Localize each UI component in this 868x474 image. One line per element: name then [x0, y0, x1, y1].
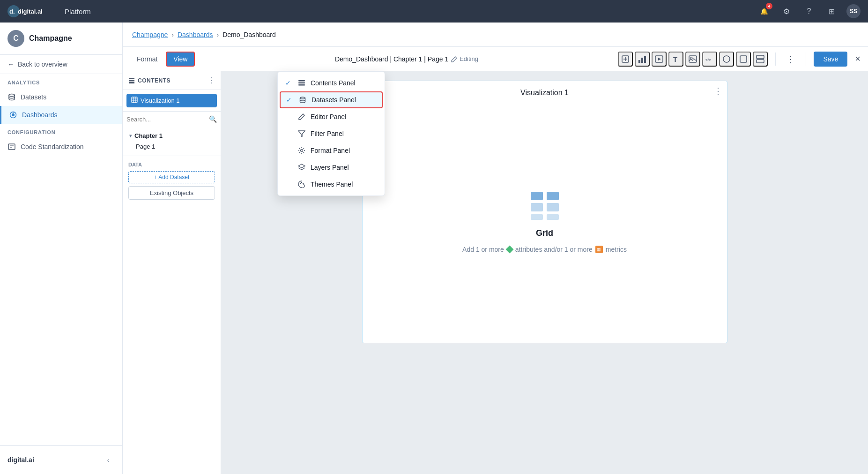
editing-badge: Editing [451, 55, 478, 62]
grid-hint-suffix: metrics [606, 246, 627, 253]
svg-rect-46 [531, 203, 543, 211]
add-dataset-btn[interactable]: + Add Dataset [128, 171, 215, 183]
svg-rect-25 [644, 56, 646, 63]
arrow-icon: ▾ [129, 133, 132, 138]
existing-objects-btn[interactable]: Existing Objects [128, 186, 215, 200]
svg-point-13 [300, 97, 305, 99]
layers-panel-item[interactable]: Layers Panel [278, 159, 385, 176]
page-label: Page 1 [136, 143, 155, 150]
help-btn[interactable]: ? [801, 4, 816, 19]
filter-panel-item[interactable]: Filter Panel [278, 125, 385, 142]
database-icon [298, 96, 307, 104]
search-icon: 🔍 [209, 115, 217, 123]
check-icon-contents: ✓ [285, 79, 293, 87]
editing-label: Editing [460, 55, 478, 62]
themes-panel-item[interactable]: Themes Panel [278, 176, 385, 193]
back-to-overview[interactable]: ← Back to overview [0, 55, 122, 74]
html-btn[interactable]: </> [702, 52, 717, 67]
chapter-item[interactable]: ▾ Chapter 1 [126, 130, 217, 141]
format-panel-item[interactable]: Format Panel [278, 142, 385, 159]
toolbar-divider-2 [806, 53, 806, 66]
list-icon [297, 79, 306, 87]
logo: d. digital.ai Platform [7, 5, 91, 17]
panel-menu-btn[interactable]: ⋮ [208, 76, 215, 85]
editor-panel-label: Editor Panel [311, 113, 346, 120]
data-section-label: Data [128, 162, 215, 167]
viz-card-menu-btn[interactable]: ⋮ [714, 86, 722, 96]
svg-rect-36 [129, 78, 134, 79]
save-button[interactable]: Save [814, 52, 847, 67]
close-button[interactable]: × [855, 53, 861, 64]
svg-point-30 [690, 57, 692, 59]
sidebar-footer: digital.ai ‹ [0, 445, 122, 474]
grid-hint-prefix: Add 1 or more [462, 246, 504, 253]
sidebar-item-code-std[interactable]: Code Standardization [0, 138, 122, 156]
viz-card-title: Visualization 1 [363, 81, 727, 101]
layers-panel-label: Layers Panel [311, 164, 349, 171]
svg-rect-7 [8, 144, 15, 150]
bar-chart-btn[interactable] [635, 52, 650, 67]
panel-search-input[interactable] [126, 116, 209, 123]
sidebar-collapse-btn[interactable]: ‹ [102, 453, 115, 466]
sidebar-item-datasets[interactable]: Datasets [0, 88, 122, 106]
svg-point-32 [723, 56, 730, 62]
dashboards-label: Dashboards [22, 111, 58, 119]
sidebar-header: C Champagne [0, 23, 122, 55]
layers-icon [297, 163, 306, 172]
svg-point-17 [300, 183, 301, 184]
svg-point-18 [301, 182, 302, 183]
filter-panel-label: Filter Panel [311, 130, 344, 137]
breadcrumb-current: Demo_Dashboard [223, 31, 276, 38]
viz-tab[interactable]: Visualization 1 [126, 94, 217, 107]
contents-panel-item[interactable]: ✓ Contents Panel [278, 75, 385, 91]
help-icon: ? [807, 7, 811, 15]
sidebar-logo-text: digital.ai [7, 456, 34, 464]
datasets-icon [7, 93, 16, 101]
breadcrumb-champagne[interactable]: Champagne [132, 31, 168, 38]
dropdown-menu: ✓ Contents Panel ✓ Datasets Panel [277, 71, 385, 196]
panel-header-label: CONTENTS [138, 77, 171, 84]
svg-rect-44 [531, 192, 543, 200]
svg-rect-37 [129, 80, 134, 81]
image-btn[interactable] [685, 52, 700, 67]
code-std-icon [7, 143, 16, 151]
more-options-btn[interactable]: ⋮ [783, 52, 798, 67]
layout-btn[interactable] [753, 52, 768, 67]
dashboard-title: Demo_Dashboard | Chapter 1 | Page 1 [335, 55, 448, 63]
editor-panel-item[interactable]: Editor Panel [278, 108, 385, 125]
filter-btn[interactable] [736, 52, 751, 67]
viz-tab-label: Visualization 1 [141, 97, 180, 104]
chapter-label: Chapter 1 [134, 132, 163, 139]
data-section: Data + Add Dataset Existing Objects [123, 156, 221, 205]
view-tab[interactable]: View [166, 52, 195, 67]
filter-icon [297, 129, 306, 138]
viz-tab-icon [131, 97, 138, 105]
avatar[interactable]: SS [846, 4, 861, 18]
format-tab[interactable]: Format [130, 53, 164, 66]
notifications-btn[interactable]: 🔔 4 [757, 4, 772, 19]
panel-tab-section: Visualization 1 [123, 90, 221, 111]
svg-text:T: T [673, 55, 677, 63]
navbar-left: d. digital.ai Platform [7, 5, 91, 17]
viz-toolbar-icons: T </> [618, 52, 768, 67]
svg-point-19 [303, 183, 304, 184]
panel-canvas-row: CONTENTS ⋮ Visualization 1 🔍 [123, 71, 868, 474]
settings-btn[interactable]: ⚙ [779, 4, 794, 19]
breadcrumb-sep-1: › [171, 31, 174, 38]
svg-rect-33 [740, 56, 747, 62]
datasets-panel-item[interactable]: ✓ Datasets Panel [280, 91, 383, 108]
text-btn[interactable]: T [668, 52, 683, 67]
apps-btn[interactable]: ⊞ [824, 4, 839, 19]
toolbar-actions: T </> [618, 52, 861, 67]
add-viz-btn[interactable] [618, 52, 633, 67]
sidebar-item-dashboards[interactable]: Dashboards [0, 106, 122, 124]
page-item[interactable]: Page 1 [126, 141, 217, 152]
svg-point-3 [9, 94, 15, 97]
shape-btn[interactable] [719, 52, 734, 67]
platform-label: Platform [65, 8, 91, 15]
media-btn[interactable] [652, 52, 667, 67]
breadcrumb-dashboards[interactable]: Dashboards [178, 31, 213, 38]
back-label: Back to overview [18, 60, 67, 68]
panel-tree: ▾ Chapter 1 Page 1 [123, 127, 221, 156]
svg-rect-49 [547, 214, 559, 220]
